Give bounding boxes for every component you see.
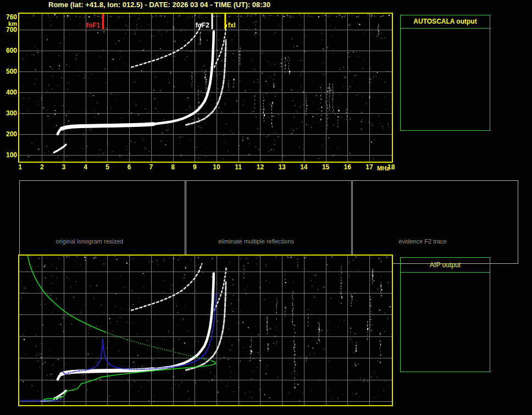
x-tick-10: 10 [213, 163, 220, 171]
marker-label-foF1: foF1 [86, 21, 100, 29]
marker-label-fxI: fxI [228, 21, 236, 29]
x-tick-9: 9 [193, 163, 197, 171]
thumbnail-label-eliminate: eliminate multiple reflections [218, 238, 294, 245]
x-tick-7: 7 [149, 163, 153, 171]
thumbnail-label-original: original ionogram resized [56, 238, 124, 245]
autoscala-output-table: AUTOSCALA output [400, 15, 490, 131]
y-tick-600: 600 [0, 47, 17, 54]
x-tick-6: 6 [128, 163, 131, 171]
x-tick-2: 2 [40, 163, 44, 171]
y-tick-200: 200 [0, 130, 17, 138]
y-tick-400: 400 [0, 88, 17, 96]
autoscala-screen: { "title": "Rome (lat: +41.8, lon: 012.5… [0, 0, 532, 415]
x-tick-14: 14 [300, 163, 307, 171]
thumbnail-evidence-f2-trace [352, 180, 518, 264]
thumbnail-original-ionogram [19, 180, 185, 264]
marker-label-foF2: foF2 [196, 21, 209, 29]
x-tick-12: 12 [257, 163, 264, 171]
x-tick-13: 13 [278, 163, 285, 171]
x-tick-16: 16 [344, 163, 351, 171]
thumbnail-label-evidence: evidence F2 trace [398, 238, 446, 245]
x-tick-11: 11 [235, 163, 242, 171]
x-tick-4: 4 [84, 163, 87, 171]
y-tick-100: 100 [0, 151, 17, 159]
page-title: Rome (lat: +41.8, lon: 012.5) - DATE: 20… [48, 1, 270, 9]
x-tick-17: 17 [365, 163, 373, 171]
x-tick-8: 8 [171, 163, 175, 171]
x-tick-1: 1 [18, 163, 22, 171]
aip-output-table: AIP output [400, 257, 490, 372]
top-ionogram-plot [18, 13, 393, 163]
x-axis-unit-mhz: MHz [377, 165, 390, 171]
x-tick-15: 15 [322, 163, 329, 171]
y-tick-760: 760 [0, 13, 17, 21]
y-axis-unit-km: km [0, 20, 17, 27]
x-tick-3: 3 [62, 163, 66, 171]
aip-table-header: AIP output [401, 258, 490, 273]
bottom-ionogram-plot [18, 254, 393, 406]
thumbnail-eliminate-reflections [186, 180, 352, 264]
y-tick-500: 500 [0, 68, 17, 75]
autoscala-table-header: AUTOSCALA output [401, 15, 490, 29]
y-tick-300: 300 [0, 109, 17, 117]
x-tick-5: 5 [106, 163, 109, 171]
